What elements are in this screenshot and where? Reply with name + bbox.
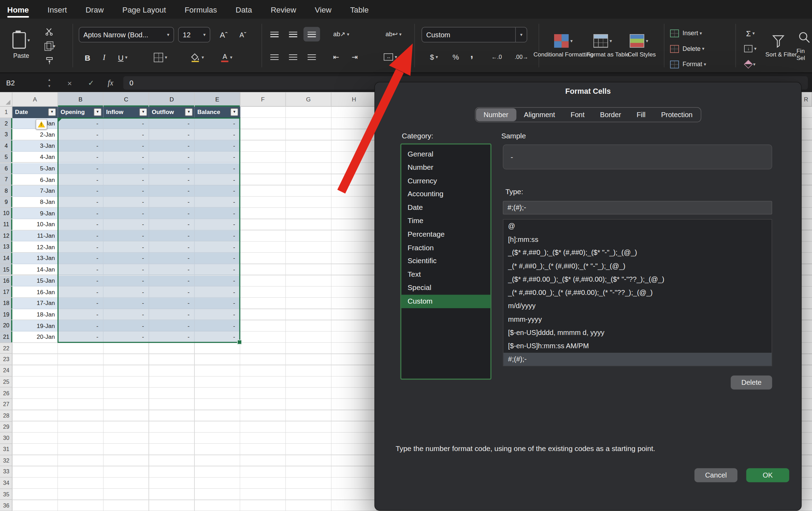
row-header-3[interactable]: 3 [0, 129, 13, 140]
category-item-percentage[interactable]: Percentage [401, 228, 491, 241]
category-item-custom[interactable]: Custom [401, 295, 491, 308]
currency-format-button[interactable]: $ ▾ [424, 50, 444, 64]
row-header-33[interactable]: 33 [0, 466, 13, 478]
bold-button[interactable]: B [80, 50, 95, 66]
italic-button[interactable]: I [97, 50, 111, 66]
filter-button-date[interactable]: ▾ [48, 108, 56, 116]
ok-button[interactable]: OK [746, 468, 789, 482]
row-header-9[interactable]: 9 [0, 197, 13, 208]
menu-item-table[interactable]: Table [350, 5, 369, 14]
increase-indent-button[interactable]: ⇥ [347, 50, 363, 64]
delete-cells-button[interactable]: Delete ▾ [670, 43, 730, 55]
orientation-button[interactable]: ab↗ ▾ [328, 27, 354, 41]
row-header-35[interactable]: 35 [0, 489, 13, 500]
align-center-button[interactable] [285, 50, 301, 64]
paste-button[interactable]: ▾ Paste [5, 24, 37, 67]
merge-center-button[interactable]: ↔ ▾ [379, 50, 402, 64]
tab-border[interactable]: Border [592, 108, 629, 121]
cut-button[interactable] [43, 26, 56, 37]
format-code-item[interactable]: #;(#);- [503, 353, 772, 366]
borders-button[interactable]: ▾ [149, 50, 172, 66]
format-code-item[interactable]: [$-en-US]dddd, mmmm d, yyyy [503, 326, 772, 339]
table-header-opening[interactable]: Opening▾ [58, 107, 104, 118]
column-header-r[interactable]: R [800, 92, 812, 107]
select-all-corner[interactable] [0, 92, 13, 107]
fill-button[interactable]: ↓ ▾ [740, 43, 761, 55]
format-code-item[interactable]: [h]:mm:ss [503, 233, 772, 246]
delete-format-button[interactable]: Delete [731, 375, 772, 389]
insert-function-icon[interactable]: fx [108, 73, 113, 93]
row-header-22[interactable]: 22 [0, 343, 13, 354]
tab-alignment[interactable]: Alignment [516, 108, 563, 121]
row-header-1[interactable]: 1 [0, 107, 13, 118]
row-header-12[interactable]: 12 [0, 230, 13, 242]
row-header-31[interactable]: 31 [0, 444, 13, 455]
align-right-button[interactable] [304, 50, 320, 64]
decrease-indent-button[interactable]: ⇤ [328, 50, 344, 64]
row-header-13[interactable]: 13 [0, 242, 13, 253]
cancel-button[interactable]: Cancel [695, 468, 737, 482]
row-header-14[interactable]: 14 [0, 253, 13, 264]
menu-item-draw[interactable]: Draw [85, 5, 104, 14]
format-cells-button[interactable]: Format ▾ [670, 58, 730, 70]
format-painter-button[interactable] [43, 55, 56, 67]
cancel-entry-icon[interactable]: × [67, 73, 72, 93]
format-as-table-button[interactable]: ▾ Format as Table [584, 24, 621, 68]
category-item-currency[interactable]: Currency [401, 174, 491, 188]
menu-item-data[interactable]: Data [236, 5, 252, 14]
row-header-32[interactable]: 32 [0, 455, 13, 466]
filter-button-balance[interactable]: ▾ [230, 108, 238, 116]
name-box[interactable]: B2 [6, 73, 15, 93]
category-item-general[interactable]: General [401, 148, 491, 161]
conditional-formatting-button[interactable]: ▾ Conditional Formatting [543, 24, 584, 68]
find-select-button[interactable]: Fin Sel [796, 24, 812, 68]
clear-button[interactable]: ▾ [740, 58, 761, 70]
filter-button-outflow[interactable]: ▾ [185, 108, 192, 116]
table-header-inflow[interactable]: Inflow▾ [104, 107, 149, 118]
row-header-36[interactable]: 36 [0, 500, 13, 511]
row-header-6[interactable]: 6 [0, 163, 13, 174]
category-item-fraction[interactable]: Fraction [401, 241, 491, 254]
increase-decimal-button[interactable]: ←.0 [486, 50, 507, 64]
align-top-button[interactable] [266, 27, 283, 41]
column-header-h[interactable]: H [331, 92, 377, 107]
filter-button-inflow[interactable]: ▾ [139, 108, 147, 116]
error-warning-button[interactable] [36, 119, 47, 130]
column-header-e[interactable]: E [195, 92, 240, 107]
row-header-15[interactable]: 15 [0, 264, 13, 275]
row-header-23[interactable]: 23 [0, 354, 13, 365]
column-header-g[interactable]: G [286, 92, 331, 107]
category-item-scientific[interactable]: Scientific [401, 254, 491, 268]
row-header-5[interactable]: 5 [0, 152, 13, 163]
row-header-24[interactable]: 24 [0, 365, 13, 376]
wrap-text-button[interactable]: ab↩ ▾ [379, 27, 408, 41]
align-left-button[interactable] [266, 50, 283, 64]
name-box-spinner[interactable]: ▲ ▼ [48, 76, 51, 87]
row-header-30[interactable]: 30 [0, 433, 13, 444]
row-header-11[interactable]: 11 [0, 219, 13, 230]
column-header-b[interactable]: B [58, 92, 104, 107]
tab-protection[interactable]: Protection [653, 108, 700, 121]
filter-button-opening[interactable]: ▾ [94, 108, 101, 116]
autosum-button[interactable]: Σ ▾ [740, 27, 761, 39]
category-item-text[interactable]: Text [401, 268, 491, 281]
copy-button[interactable]: ▾ [43, 40, 56, 52]
row-header-7[interactable]: 7 [0, 174, 13, 185]
row-header-25[interactable]: 25 [0, 376, 13, 388]
insert-cells-button[interactable]: Insert ▾ [670, 27, 730, 39]
row-header-10[interactable]: 10 [0, 208, 13, 219]
row-header-2[interactable]: 2 [0, 118, 13, 129]
table-header-balance[interactable]: Balance▾ [195, 107, 240, 118]
cell-styles-button[interactable]: ▾ Cell Styles [622, 24, 656, 68]
row-header-19[interactable]: 19 [0, 309, 13, 320]
category-item-accounting[interactable]: Accounting [401, 188, 491, 201]
decrease-font-size-button[interactable]: Aˇ [234, 27, 252, 43]
tab-number[interactable]: Number [476, 108, 516, 121]
column-header-d[interactable]: D [149, 92, 195, 107]
row-header-4[interactable]: 4 [0, 140, 13, 152]
underline-button[interactable]: U ▾ [112, 50, 133, 66]
sort-filter-button[interactable]: Sort & Filter [763, 24, 793, 68]
format-code-item[interactable]: _($* #,##0_);_($* (#,##0);_($* "-"_);_(@… [503, 246, 772, 259]
number-format-select[interactable]: Custom ▾ [422, 27, 527, 43]
menu-item-page-layout[interactable]: Page Layout [122, 5, 166, 14]
